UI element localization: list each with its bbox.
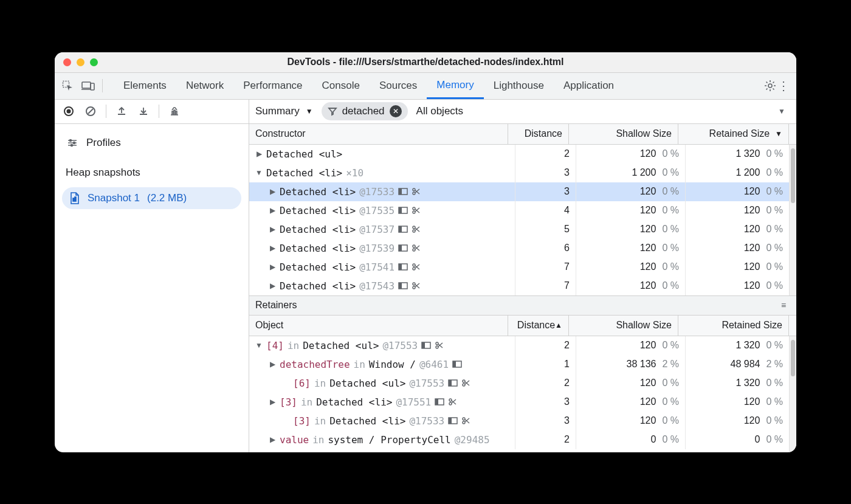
chevron-down-icon[interactable]: ▼	[778, 107, 785, 116]
tab-network[interactable]: Network	[176, 73, 233, 99]
shallow-value: 120	[640, 186, 656, 197]
expand-toggle[interactable]: ▶	[269, 244, 276, 252]
svg-rect-17	[399, 207, 402, 213]
object-id: @17535	[359, 205, 394, 216]
svg-point-19	[413, 211, 415, 213]
distance-cell: 7	[515, 277, 576, 295]
retained-value: 120	[744, 205, 760, 216]
sort-asc-icon: ▲	[555, 321, 562, 330]
table-row[interactable]: ▶ Detached <li> @17537 5 1200 % 1200 %	[249, 220, 789, 239]
expand-toggle[interactable]: ▶	[269, 225, 276, 233]
record-icon[interactable]	[62, 105, 75, 118]
property-name: [3]	[293, 415, 311, 427]
clear-filter-icon[interactable]: ✕	[390, 105, 402, 117]
col-shallow[interactable]: Shallow Size	[569, 124, 678, 144]
download-icon[interactable]	[137, 105, 150, 118]
svg-point-9	[71, 144, 73, 146]
upload-icon[interactable]	[115, 105, 128, 118]
snapshot-item[interactable]: Snapshot 1 (2.2 MB)	[62, 187, 241, 209]
tab-console[interactable]: Console	[312, 73, 370, 99]
clear-icon[interactable]	[84, 105, 97, 118]
tab-memory[interactable]: Memory	[427, 73, 483, 99]
scrollbar[interactable]	[789, 145, 796, 295]
in-keyword: in	[314, 415, 326, 427]
col-distance[interactable]: Distance▲	[508, 316, 569, 336]
expand-toggle[interactable]: ▶	[269, 187, 276, 196]
tab-performance[interactable]: Performance	[233, 73, 312, 99]
expand-toggle[interactable]: ▼	[255, 341, 263, 350]
col-object[interactable]: Object	[249, 316, 508, 336]
retained-value: 1 200	[736, 167, 760, 178]
col-shallow[interactable]: Shallow Size	[569, 316, 678, 336]
retained-value: 120	[744, 280, 760, 291]
expand-toggle[interactable]: ▶	[269, 263, 276, 271]
distance-cell: 2	[515, 374, 576, 393]
scissors-icon	[412, 187, 420, 196]
table-row[interactable]: [6] in Detached <ul> @17553 2 1200 % 1 3…	[249, 374, 789, 393]
main-area: Constructor Distance Shallow Size Retain…	[249, 124, 796, 452]
shallow-value: 120	[640, 224, 656, 235]
col-distance[interactable]: Distance	[508, 124, 569, 144]
retainers-grid[interactable]: ▼ [4] in Detached <ul> @17553 2 1200 % 1…	[249, 336, 789, 452]
constructors-grid[interactable]: ▶ Detached <ul> 2 1200 % 1 3200 % ▼ Deta…	[249, 145, 789, 295]
device-toolbar-icon[interactable]	[81, 79, 95, 92]
expand-toggle[interactable]: ▶	[269, 398, 276, 406]
retained-pct: 0 %	[766, 415, 783, 426]
menu-hamburger-icon[interactable]: ≡	[777, 299, 790, 312]
shallow-value: 120	[640, 243, 656, 254]
table-row[interactable]: ▶ detachedTree in Window / @6461 1 38 13…	[249, 355, 789, 374]
expand-toggle[interactable]: ▼	[255, 168, 263, 177]
svg-rect-51	[435, 399, 438, 405]
table-row[interactable]: ▶ Detached <ul> 2 1200 % 1 3200 %	[249, 145, 789, 164]
table-row[interactable]: ▶ Detached <li> @17541 7 1200 % 1200 %	[249, 258, 789, 277]
distance-cell: 3	[515, 164, 576, 182]
table-row[interactable]: ▼ [4] in Detached <ul> @17553 2 1200 % 1…	[249, 336, 789, 355]
shallow-pct: 0 %	[662, 224, 679, 235]
col-retained[interactable]: Retained Size ▼	[678, 124, 789, 144]
view-dropdown[interactable]: Summary ▼	[255, 105, 313, 117]
table-row[interactable]: [3] in Detached <li> @17533 3 1200 % 120…	[249, 412, 789, 430]
scrollbar[interactable]	[789, 336, 796, 452]
garbage-collect-icon[interactable]	[168, 105, 181, 118]
svg-point-52	[449, 399, 452, 401]
col-constructor[interactable]: Constructor	[249, 124, 508, 144]
svg-rect-11	[75, 197, 76, 201]
shallow-pct: 0 %	[662, 243, 679, 254]
property-name: [4]	[266, 340, 284, 351]
inspect-icon[interactable]	[61, 79, 74, 92]
class-filter[interactable]: detached ✕	[322, 102, 408, 120]
object-label: Detached <ul>	[266, 148, 342, 160]
tab-elements[interactable]: Elements	[114, 73, 176, 99]
divider	[102, 79, 103, 92]
expand-toggle[interactable]: ▶	[255, 150, 263, 158]
snapshot-name: Snapshot 1	[88, 192, 140, 204]
table-row[interactable]: ▶ [3] in Detached <li> @17551 3 1200 % 1…	[249, 393, 789, 412]
expand-toggle[interactable]: ▶	[269, 281, 276, 290]
svg-point-22	[413, 226, 415, 229]
tab-sources[interactable]: Sources	[370, 73, 427, 99]
col-retained[interactable]: Retained Size	[678, 316, 789, 336]
object-label: Detached <li>	[280, 224, 356, 235]
scissors-icon	[412, 281, 420, 290]
tab-application[interactable]: Application	[554, 73, 624, 99]
svg-rect-41	[422, 342, 425, 348]
table-row[interactable]: ▶ Detached <li> @17543 7 1200 % 1200 %	[249, 277, 789, 295]
expand-toggle[interactable]: ▶	[269, 360, 276, 368]
table-row[interactable]: ▶ value in system / PropertyCell @29485 …	[249, 430, 789, 449]
table-row[interactable]: ▼ Detached <li> ×10 3 1 2000 % 1 2000 %	[249, 164, 789, 182]
tab-lighthouse[interactable]: Lighthouse	[484, 73, 554, 99]
table-row[interactable]: ▶ Detached <li> @17533 3 1200 % 1200 %	[249, 182, 789, 201]
scope-dropdown[interactable]: All objects	[416, 105, 463, 117]
table-row[interactable]: ▶ Detached <li> @17535 4 1200 % 1200 %	[249, 201, 789, 220]
svg-point-27	[413, 249, 415, 251]
expand-toggle[interactable]: ▶	[269, 206, 276, 215]
settings-icon[interactable]	[763, 79, 777, 92]
in-keyword: in	[314, 378, 326, 389]
sliders-icon[interactable]	[66, 136, 79, 150]
svg-point-43	[436, 346, 438, 348]
distance-cell: 2	[515, 336, 576, 355]
expand-toggle[interactable]: ▶	[269, 435, 276, 444]
table-row[interactable]: ▶ Detached <li> @17539 6 1200 % 1200 %	[249, 239, 789, 258]
svg-rect-45	[453, 361, 456, 367]
more-icon[interactable]: ⋮	[777, 79, 790, 92]
